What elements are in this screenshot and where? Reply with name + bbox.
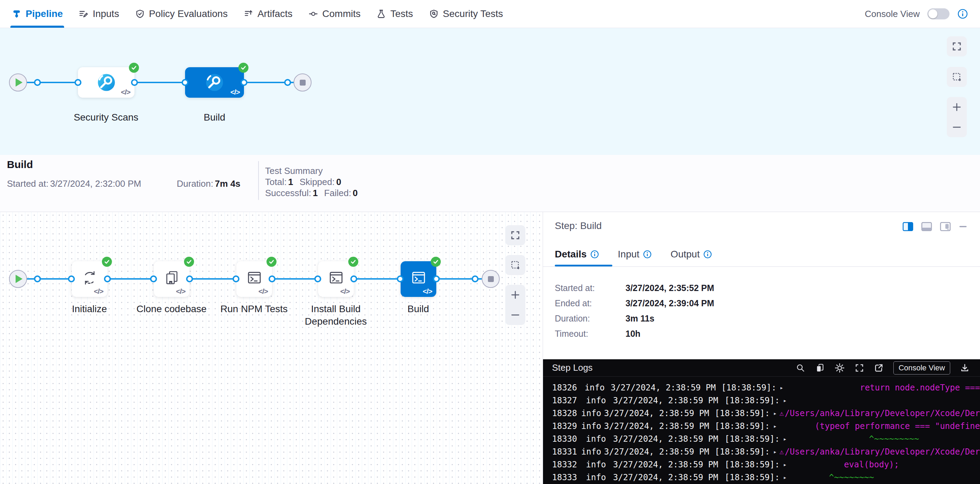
log-timestamp: 3/27/2024, 2:38:59 PM xyxy=(613,459,719,471)
connector-port[interactable] xyxy=(34,275,41,282)
tab-label: Tests xyxy=(390,8,413,19)
info-icon[interactable] xyxy=(590,250,599,259)
connector-port[interactable] xyxy=(284,79,291,86)
step-node-initialize[interactable]: </> xyxy=(72,261,107,297)
step-label[interactable]: Build xyxy=(370,303,467,315)
connector-port[interactable] xyxy=(75,79,81,86)
tab-policy-evaluations[interactable]: Policy Evaluations xyxy=(135,0,228,28)
layout-floating-panel-icon[interactable] xyxy=(940,221,951,232)
connector-port[interactable] xyxy=(350,275,357,282)
stage-label[interactable]: Security Scans xyxy=(57,111,154,124)
tab-label: Commits xyxy=(322,8,360,19)
tab-inputs[interactable]: Inputs xyxy=(79,0,119,28)
warning-icon xyxy=(792,394,804,407)
step-node-install-build-dependencies[interactable]: </> xyxy=(318,261,354,297)
terminal-icon xyxy=(245,268,264,287)
download-icon[interactable] xyxy=(960,363,970,373)
marquee-select-button[interactable] xyxy=(947,67,967,87)
connector-port[interactable] xyxy=(68,275,75,282)
expand-arrow-icon[interactable]: ▸ xyxy=(773,446,777,459)
expand-arrow-icon[interactable]: ▸ xyxy=(783,433,791,446)
zoom-controls xyxy=(947,97,967,137)
layout-bottom-split-icon[interactable] xyxy=(921,221,932,232)
tab-input[interactable]: Input xyxy=(618,249,652,260)
fit-to-screen-button[interactable] xyxy=(947,36,967,57)
warning-icon: ⚠ xyxy=(779,407,785,420)
step-node-clone-codebase[interactable]: </> xyxy=(154,261,189,297)
connector-port[interactable] xyxy=(269,275,275,282)
connector-port[interactable] xyxy=(181,79,189,86)
info-icon[interactable] xyxy=(957,8,968,19)
open-in-new-icon[interactable] xyxy=(874,363,884,373)
stage-label[interactable]: Build xyxy=(166,111,263,124)
tab-label: Security Tests xyxy=(443,8,503,19)
tab-pipeline[interactable]: Pipeline xyxy=(12,0,63,28)
log-output[interactable]: 18326info3/27/2024, 2:38:59 PM[18:38:59]… xyxy=(543,377,980,484)
layout-right-split-icon[interactable] xyxy=(902,221,913,232)
stage-node-security-scans[interactable]: </> xyxy=(78,67,134,98)
tab-details[interactable]: Details xyxy=(555,249,599,260)
pipeline-end-node[interactable] xyxy=(294,73,312,92)
pipeline-start-node[interactable] xyxy=(9,73,27,92)
connector-port[interactable] xyxy=(397,275,404,282)
connector-port[interactable] xyxy=(232,275,239,282)
log-timestamp: 3/27/2024, 2:38:59 PM xyxy=(613,433,719,446)
warning-icon xyxy=(792,459,804,471)
connector-port[interactable] xyxy=(131,79,138,86)
execution-graph-canvas[interactable]: </> </> </> xyxy=(0,212,542,484)
panel-layout-controls xyxy=(902,221,967,232)
tab-commits[interactable]: Commits xyxy=(309,0,360,28)
zoom-out-button[interactable] xyxy=(505,305,525,325)
fit-to-screen-button[interactable] xyxy=(505,225,525,245)
step-node-run-npm-tests[interactable]: </> xyxy=(236,261,272,297)
step-node-build[interactable]: </> xyxy=(401,261,436,297)
console-view-button[interactable]: Console View xyxy=(893,361,950,375)
log-level: info xyxy=(585,381,608,394)
info-icon[interactable] xyxy=(703,250,712,259)
minimize-panel-icon[interactable] xyxy=(959,222,967,231)
pipeline-canvas[interactable]: </> </> Security Scans Build xyxy=(0,28,980,155)
fullscreen-icon[interactable] xyxy=(854,363,864,373)
expand-arrow-icon[interactable]: ▸ xyxy=(783,459,791,471)
log-line-number: 18327 xyxy=(552,394,582,407)
tab-security-tests[interactable]: Security Tests xyxy=(429,0,503,28)
settings-gear-icon[interactable] xyxy=(834,363,845,373)
copy-icon[interactable] xyxy=(815,363,825,373)
zoom-out-button[interactable] xyxy=(947,117,967,137)
connector-port[interactable] xyxy=(186,275,193,282)
stop-icon xyxy=(488,276,494,282)
info-icon[interactable] xyxy=(643,250,652,259)
stage-start-node[interactable] xyxy=(9,270,27,288)
step-label[interactable]: Run NPM Tests xyxy=(205,303,302,315)
log-line-number: 18329 xyxy=(552,420,577,433)
search-icon[interactable] xyxy=(795,363,805,373)
tab-artifacts[interactable]: Artifacts xyxy=(243,0,293,28)
terminal-icon xyxy=(409,268,428,287)
connector-port[interactable] xyxy=(150,275,157,282)
stage-end-node[interactable] xyxy=(482,270,500,288)
connector-port[interactable] xyxy=(314,275,321,282)
zoom-in-button[interactable] xyxy=(947,97,967,117)
log-time: [18:38:59]: xyxy=(714,420,770,433)
expand-arrow-icon[interactable]: ▸ xyxy=(773,407,777,420)
marquee-select-button[interactable] xyxy=(505,255,525,275)
step-label[interactable]: Install Build Dependencies xyxy=(294,303,377,328)
log-message: return node.nodeType === xyxy=(800,381,980,394)
console-view-label: Console View xyxy=(865,9,920,19)
successful-label: Successful: xyxy=(265,188,311,198)
tab-output[interactable]: Output xyxy=(671,249,712,260)
tab-tests[interactable]: Tests xyxy=(376,0,413,28)
expand-arrow-icon[interactable]: ▸ xyxy=(780,381,787,394)
connector-port[interactable] xyxy=(240,79,247,86)
zoom-in-button[interactable] xyxy=(505,285,525,305)
connector-port[interactable] xyxy=(34,79,41,86)
expand-arrow-icon[interactable]: ▸ xyxy=(773,420,779,433)
console-view-toggle[interactable] xyxy=(928,8,950,19)
connector-port[interactable] xyxy=(433,275,440,282)
expand-arrow-icon[interactable]: ▸ xyxy=(783,394,791,407)
connector-port[interactable] xyxy=(104,275,111,282)
connector-port[interactable] xyxy=(472,275,479,282)
expand-arrow-icon[interactable]: ▸ xyxy=(783,471,791,484)
stage-node-build[interactable]: </> xyxy=(185,67,244,98)
log-line: 18326info3/27/2024, 2:38:59 PM[18:38:59]… xyxy=(552,381,980,394)
